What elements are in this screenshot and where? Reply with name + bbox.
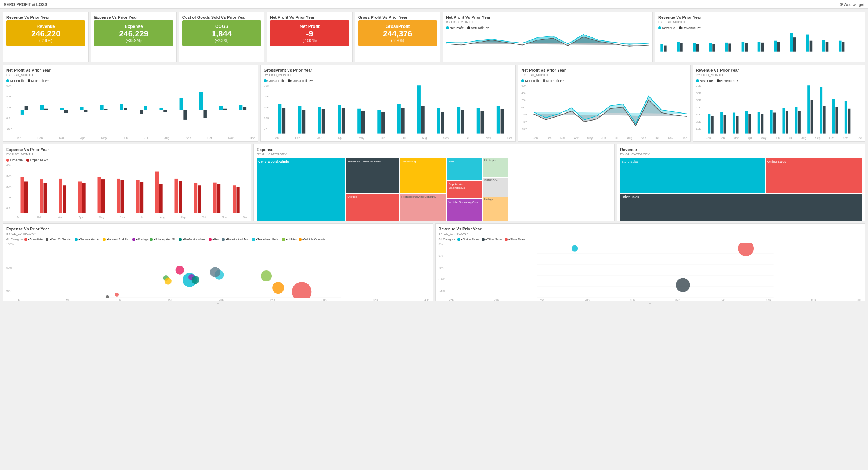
svg-rect-100 [848, 109, 850, 134]
svg-rect-7 [696, 44, 699, 52]
svg-rect-77 [708, 114, 710, 134]
svg-point-146 [572, 245, 578, 252]
rev-bar-subtitle: BY FISC_MONTH [696, 73, 862, 77]
treemap-general-admin[interactable]: General And Admin [257, 158, 345, 221]
svg-rect-17 [777, 42, 780, 51]
svg-rect-44 [183, 110, 187, 120]
svg-rect-101 [20, 177, 24, 213]
svg-rect-88 [773, 113, 776, 134]
legend-interest-dot [103, 238, 106, 241]
grossprofit-bar-title: GrossProfit Vs Prior Year [264, 68, 512, 72]
revenue-scatter-panel: Revenue Vs Prior Year BY GL_CATEGORY GL … [435, 223, 865, 301]
kpi-revenue-change: (-2.8 %) [39, 39, 53, 43]
svg-rect-59 [357, 109, 361, 134]
svg-rect-2 [660, 44, 663, 51]
svg-rect-71 [477, 108, 480, 134]
treemap-professional[interactable]: Professional And Consulti... [400, 194, 446, 221]
kpi-expense-value: 246,229 [119, 29, 148, 39]
svg-rect-69 [457, 107, 460, 133]
expense-scatter-panel: Expense Vs Prior Year BY GL_CATEGORY GL … [3, 223, 433, 301]
svg-rect-61 [377, 110, 381, 134]
legend-gp-dot [264, 79, 267, 82]
treemap-rent[interactable]: Rent [447, 158, 482, 180]
svg-rect-86 [761, 114, 763, 134]
treemap-online-sales[interactable]: Online Sales [766, 158, 862, 193]
revenue-bar-chart [658, 31, 862, 53]
svg-rect-68 [441, 112, 444, 133]
treemap-travel-entertainment[interactable]: Travel And Entertainment [346, 158, 399, 193]
treemap-repairs[interactable]: Repairs And Maintenance [447, 181, 482, 199]
add-widget-button[interactable]: ⊕ Add widget [840, 2, 864, 7]
kpi-revenue-box: Revenue 246,220 (-2.8 %) [6, 20, 85, 46]
svg-rect-84 [748, 114, 751, 134]
legend-npa: Net Profit [521, 79, 539, 83]
rev-treemap-title: Revenue [620, 147, 862, 152]
treemap-adv-col: Advertising Professional And Consulti... [400, 158, 446, 221]
kpi-revenue-value: 246,220 [31, 29, 61, 39]
treemap-other-sales[interactable]: Other Sales [620, 194, 862, 221]
legend-exp-py-dot [26, 159, 29, 162]
treemap-vehicle[interactable]: Vehicle Operating Cost [447, 199, 482, 221]
svg-rect-49 [239, 105, 242, 110]
svg-point-129 [106, 295, 109, 298]
svg-rect-18 [790, 33, 793, 51]
legend-advertising-dot [24, 238, 27, 241]
legend-rent: ●Rent [209, 238, 220, 241]
svg-point-133 [261, 270, 272, 281]
svg-point-136 [192, 276, 199, 284]
treemap-interest[interactable]: Interest An... [483, 178, 508, 197]
svg-rect-81 [733, 113, 735, 134]
exp-y-axis: 40K 30K 20K 10K 0K [6, 164, 17, 215]
treemap-advertising[interactable]: Advertising [400, 158, 446, 193]
svg-rect-104 [43, 183, 47, 213]
svg-rect-66 [421, 106, 424, 133]
exp-scatter-subtitle: BY GL_CATEGORY [6, 232, 430, 236]
exp-fisc-subtitle: BY FISC_MONTH [6, 153, 248, 156]
treemap-utilities[interactable]: Utilities [346, 194, 399, 221]
svg-rect-62 [381, 112, 385, 133]
legend-advertising: ●Advertising [24, 238, 44, 241]
kpi-cogs-label: COGS [215, 24, 228, 29]
top-bar: XERO PROFIT & LOSS ⊕ Add widget [0, 0, 868, 9]
legend-rev: Revenue [696, 79, 713, 83]
treemap-misc-col: Printing An... Interest An... Postage [483, 158, 508, 221]
revenue-treemap: Store Sales Online Sales Other Sales [620, 158, 862, 221]
legend-rev-py-dot [717, 79, 720, 82]
svg-rect-63 [397, 104, 400, 134]
legend-exp: Expense [6, 158, 23, 162]
svg-rect-67 [437, 108, 440, 134]
svg-rect-60 [361, 111, 365, 133]
svg-rect-118 [179, 181, 182, 213]
legend-postage: ●Postage [132, 238, 148, 241]
rev-scatter-x-label: Revenue [449, 302, 862, 304]
svg-rect-20 [806, 35, 809, 52]
kpi-revenue: Revenue Vs Prior Year Revenue 246,220 (-… [3, 12, 89, 62]
kpi-netprofit-value: -9 [306, 29, 313, 39]
legend-printing: ●Printing And St... [150, 238, 177, 241]
kpi-cogs-value: 1,844 [212, 29, 232, 39]
net-profit-fisc-chart: Net Profit Vs Prior Year BY FISC_MONTH N… [443, 12, 653, 62]
revenue-bar-panel: Revenue Vs Prior Year BY FISC_MONTH Reve… [693, 65, 865, 142]
legend-interest: ●Interest And Ba... [103, 238, 131, 241]
svg-rect-85 [757, 112, 760, 133]
treemap-printing[interactable]: Printing An... [483, 158, 508, 177]
svg-rect-33 [80, 107, 83, 110]
legend-online-sales: ●Online Sales [457, 238, 479, 241]
svg-rect-123 [233, 185, 236, 213]
svg-rect-120 [198, 185, 201, 213]
legend-exp-py: Expense PY [26, 158, 48, 162]
svg-rect-42 [163, 110, 167, 112]
legend-cogs-dot [46, 238, 48, 241]
svg-rect-91 [795, 107, 797, 133]
treemap-postage[interactable]: Postage [483, 197, 508, 221]
exp-scatter-x-label: Expense [17, 302, 430, 304]
svg-rect-64 [401, 108, 404, 134]
kpi-grossprofit-label: GrossProfit [385, 24, 410, 29]
svg-rect-56 [322, 109, 325, 134]
expense-fisc-panel: Expense Vs Prior Year BY FISC_MONTH Expe… [3, 144, 251, 221]
svg-rect-97 [832, 99, 835, 134]
svg-rect-11 [728, 43, 731, 51]
treemap-store-sales[interactable]: Store Sales [620, 158, 765, 193]
np-x-axis: JanFebMar AprMayJun JulAugSep OctNovDec [17, 136, 255, 140]
rev-scatter-area: 72K 74K 76K 78K 80K 82K 84K 86K 88K 90K … [449, 243, 862, 298]
